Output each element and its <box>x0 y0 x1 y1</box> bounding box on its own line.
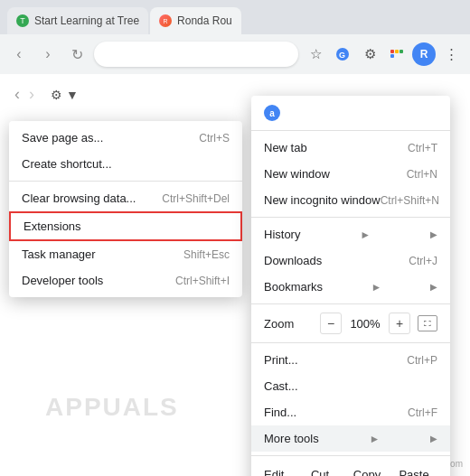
extensions-icon[interactable]: ⚙ <box>358 42 381 66</box>
history-label: History <box>264 228 300 241</box>
left-arrow-icon[interactable]: ‹ <box>14 85 20 104</box>
appuals-watermark: APPUALS <box>45 393 179 422</box>
developer-tools-label: Developer tools <box>22 274 103 287</box>
tab-treehouse-label: Start Learning at Tree <box>34 14 139 27</box>
find-item[interactable]: Find... Ctrl+F <box>251 399 450 425</box>
zoom-row: Zoom − 100% + ⛶ <box>251 308 450 339</box>
settings-gear-icon[interactable]: ⚙ ▼ <box>51 88 79 102</box>
task-manager-label: Task manager <box>22 247 96 261</box>
tab-ronda[interactable]: R Ronda Rou <box>150 7 241 34</box>
cut-button[interactable]: Cut <box>296 463 343 476</box>
bookmarks-label: Bookmarks <box>264 280 323 294</box>
print-label: Print... <box>264 353 298 367</box>
menu-divider-5 <box>251 455 450 456</box>
tab-ronda-label: Ronda Rou <box>177 14 232 27</box>
menu-divider-1 <box>9 181 242 182</box>
profile-avatar[interactable]: R <box>412 42 436 66</box>
print-item[interactable]: Print... Ctrl+P <box>251 347 450 373</box>
menu-divider-4 <box>251 342 450 343</box>
print-shortcut: Ctrl+P <box>407 354 437 367</box>
find-label: Find... <box>264 406 296 419</box>
zoom-fullscreen-button[interactable]: ⛶ <box>418 315 437 331</box>
menu-divider-top <box>251 130 450 131</box>
forward-button[interactable]: › <box>36 42 60 66</box>
new-window-shortcut: Ctrl+N <box>407 168 437 181</box>
menu-divider-3 <box>251 303 450 304</box>
browser-window: T Start Learning at Tree R Ronda Rou ‹ ›… <box>0 0 470 476</box>
task-manager-item[interactable]: Task manager Shift+Esc <box>9 241 242 267</box>
edit-label: Edit <box>264 468 296 476</box>
clear-browsing-data-shortcut: Ctrl+Shift+Del <box>162 192 230 205</box>
save-page-as-item[interactable]: Save page as... Ctrl+S <box>9 125 242 151</box>
svg-rect-2 <box>390 50 394 53</box>
extensions-item[interactable]: Extensions <box>9 211 242 241</box>
find-shortcut: Ctrl+F <box>408 406 437 419</box>
copy-button[interactable]: Copy <box>343 463 390 476</box>
more-tools-item[interactable]: More tools ► <box>251 425 450 452</box>
new-window-label: New window <box>264 167 330 181</box>
apps-icon[interactable] <box>385 42 409 66</box>
new-tab-shortcut: Ctrl+T <box>408 142 437 154</box>
new-incognito-item[interactable]: New incognito window Ctrl+Shift+N <box>251 187 450 213</box>
bookmarks-arrow: ► <box>371 281 382 294</box>
menu-divider-2 <box>251 217 450 218</box>
svg-rect-5 <box>390 54 394 58</box>
address-bar[interactable] <box>94 42 298 67</box>
task-manager-shortcut: Shift+Esc <box>183 248 230 261</box>
more-tools-label: More tools <box>264 432 319 445</box>
new-window-item[interactable]: New window Ctrl+N <box>251 161 450 187</box>
zoom-in-button[interactable]: + <box>389 313 410 334</box>
tab-bar: T Start Learning at Tree R Ronda Rou <box>0 0 470 34</box>
downloads-shortcut: Ctrl+J <box>409 255 437 267</box>
developer-tools-item[interactable]: Developer tools Ctrl+Shift+I <box>9 267 242 294</box>
svg-rect-3 <box>395 50 399 53</box>
profile-row: a <box>251 99 450 126</box>
menu-profile-icon: a <box>264 105 280 121</box>
cast-label: Cast... <box>264 379 298 393</box>
create-shortcut-item[interactable]: Create shortcut... <box>9 151 242 177</box>
bookmark-star-icon[interactable]: ☆ <box>304 42 327 66</box>
right-arrow-icon[interactable]: › <box>29 85 34 104</box>
refresh-button[interactable]: ↻ <box>65 42 89 66</box>
extensions-label: Extensions <box>24 219 81 233</box>
google-icon[interactable]: G <box>331 42 354 66</box>
zoom-controls: − 100% + ⛶ <box>320 313 437 334</box>
page-content: ‹ › ⚙ ▼ ↩ ADD A REPLY Similar topics APP… <box>0 74 470 476</box>
zoom-value: 100% <box>349 317 381 331</box>
create-shortcut-label: Create shortcut... <box>22 157 112 171</box>
svg-text:G: G <box>339 51 345 60</box>
new-incognito-label: New incognito window <box>264 193 381 207</box>
paste-button[interactable]: Paste <box>390 463 437 476</box>
clear-browsing-data-item[interactable]: Clear browsing data... Ctrl+Shift+Del <box>9 185 242 211</box>
more-tools-submenu: Save page as... Ctrl+S Create shortcut..… <box>9 121 242 297</box>
new-tab-item[interactable]: New tab Ctrl+T <box>251 135 450 161</box>
chrome-main-menu: a New tab Ctrl+T New window Ctrl+N New i… <box>251 96 450 476</box>
history-item[interactable]: History ► <box>251 221 450 247</box>
save-page-as-label: Save page as... <box>22 131 103 145</box>
clear-browsing-data-label: Clear browsing data... <box>22 191 136 205</box>
tab-treehouse[interactable]: T Start Learning at Tree <box>7 7 148 34</box>
more-tools-arrow: ► <box>369 433 380 445</box>
ronda-favicon: R <box>159 14 172 27</box>
new-tab-label: New tab <box>264 141 307 154</box>
back-button[interactable]: ‹ <box>7 42 31 66</box>
cast-item[interactable]: Cast... <box>251 373 450 399</box>
developer-tools-shortcut: Ctrl+Shift+I <box>175 275 230 287</box>
bookmarks-item[interactable]: Bookmarks ► <box>251 274 450 300</box>
new-incognito-shortcut: Ctrl+Shift+N <box>381 194 439 207</box>
treehouse-favicon: T <box>16 14 29 27</box>
downloads-item[interactable]: Downloads Ctrl+J <box>251 247 450 274</box>
omnibox-bar: ‹ › ↻ ☆ G ⚙ R ⋮ <box>0 34 470 74</box>
downloads-label: Downloads <box>264 254 322 267</box>
chrome-menu-button[interactable]: ⋮ <box>439 42 463 66</box>
save-page-as-shortcut: Ctrl+S <box>199 132 230 145</box>
toolbar-icons: ☆ G ⚙ R ⋮ <box>304 42 463 66</box>
zoom-label: Zoom <box>264 317 294 331</box>
history-arrow: ► <box>360 229 371 241</box>
edit-row: Edit Cut Copy Paste <box>251 460 450 476</box>
svg-rect-4 <box>400 50 403 53</box>
zoom-out-button[interactable]: − <box>320 313 342 334</box>
